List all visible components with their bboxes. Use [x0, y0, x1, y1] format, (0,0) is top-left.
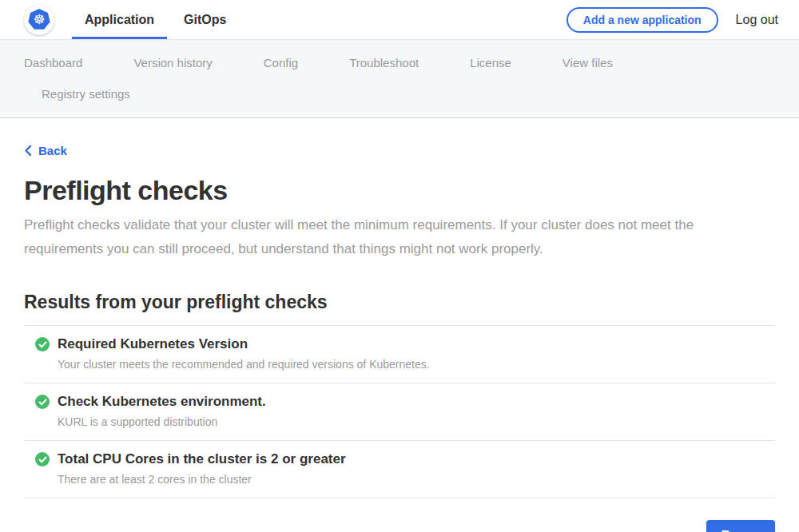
- subnav-item-version-history[interactable]: Version history: [133, 47, 212, 78]
- header-actions: Add a new application Log out: [566, 7, 778, 33]
- header-tabs: Application GitOps: [83, 0, 254, 39]
- app-header: ☸ Application GitOps Add a new applicati…: [0, 0, 799, 40]
- subnav-item-troubleshoot[interactable]: Troubleshoot: [349, 47, 419, 78]
- page-title: Preflight checks: [24, 175, 775, 206]
- check-pass-icon: [35, 395, 50, 409]
- kubernetes-logo: ☸: [24, 5, 54, 35]
- check-pass-icon: [35, 452, 50, 466]
- check-title: Check Kubernetes environment.: [58, 394, 266, 410]
- kubernetes-helm-icon: ☸: [28, 9, 50, 30]
- active-tab-indicator: [72, 37, 167, 39]
- check-item-kubernetes-environment: Check Kubernetes environment. KURL is a …: [24, 383, 775, 441]
- tab-gitops-label: GitOps: [184, 13, 226, 27]
- check-pass-icon: [35, 337, 50, 351]
- subnav-item-registry-settings[interactable]: Registry settings: [42, 78, 130, 109]
- check-message: There are at least 2 cores in the cluste…: [58, 473, 775, 486]
- preflight-page: Back Preflight checks Preflight checks v…: [0, 118, 799, 532]
- page-description: Preflight checks validate that your clus…: [24, 213, 763, 261]
- check-message: KURL is a supported distribution: [58, 415, 775, 428]
- actions-row: Re-run: [24, 520, 775, 532]
- check-item-cpu-cores: Total CPU Cores in the cluster is 2 or g…: [24, 441, 775, 498]
- preflight-check-list: Required Kubernetes Version Your cluster…: [24, 325, 775, 498]
- check-item-kubernetes-version: Required Kubernetes Version Your cluster…: [24, 326, 775, 383]
- tab-application-label: Application: [85, 13, 154, 27]
- rerun-button[interactable]: Re-run: [706, 520, 775, 532]
- back-link-label: Back: [38, 144, 67, 157]
- app-subnav: Dashboard Version history Config Trouble…: [0, 40, 799, 118]
- results-heading: Results from your preflight checks: [24, 292, 775, 313]
- back-link[interactable]: Back: [24, 144, 67, 157]
- tab-application[interactable]: Application: [83, 0, 156, 39]
- check-message: Your cluster meets the recommended and r…: [58, 358, 775, 371]
- check-title: Total CPU Cores in the cluster is 2 or g…: [58, 451, 346, 467]
- subnav-item-license[interactable]: License: [470, 47, 511, 78]
- add-new-application-button[interactable]: Add a new application: [566, 7, 718, 33]
- check-title: Required Kubernetes Version: [58, 336, 248, 352]
- subnav-list: Dashboard Version history Config Trouble…: [24, 47, 719, 109]
- chevron-left-icon: [24, 145, 32, 157]
- subnav-item-view-files[interactable]: View files: [562, 47, 613, 78]
- subnav-item-config[interactable]: Config: [264, 47, 298, 78]
- tab-gitops[interactable]: GitOps: [182, 0, 228, 39]
- logout-link[interactable]: Log out: [736, 13, 778, 27]
- subnav-item-dashboard[interactable]: Dashboard: [24, 47, 82, 78]
